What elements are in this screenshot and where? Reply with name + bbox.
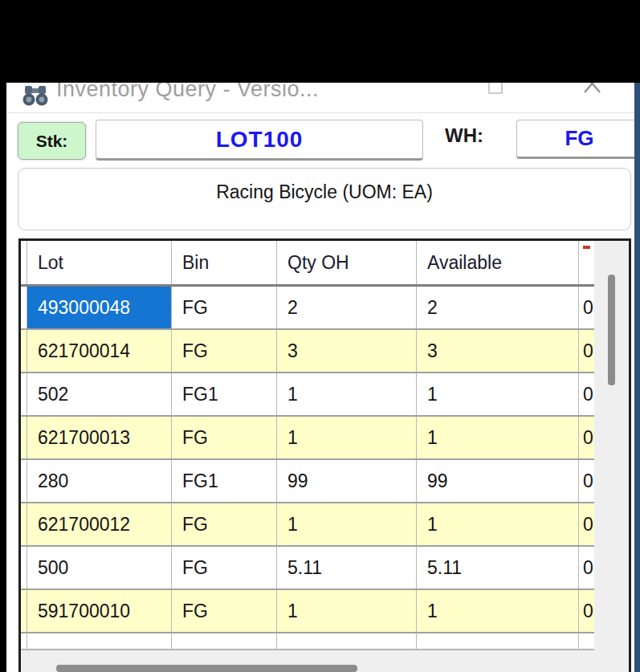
table-row[interactable]: 500 FG 5.11 5.11 0 xyxy=(21,547,594,590)
cell-bin[interactable]: FG1 xyxy=(172,373,277,415)
description-box: Racing Bicycle (UOM: EA) xyxy=(18,168,631,230)
cell-partial[interactable]: 0 xyxy=(579,547,594,589)
cell-bin[interactable]: FG xyxy=(172,503,277,545)
screen: Inventory Query - Versio... Stk: LOT100 … xyxy=(0,0,640,672)
cell-available[interactable]: 1 xyxy=(417,503,579,545)
app-window: Inventory Query - Versio... Stk: LOT100 … xyxy=(6,51,635,672)
stk-button[interactable]: Stk: xyxy=(18,122,86,160)
cell-bin[interactable]: FG xyxy=(172,330,277,372)
cell-partial[interactable]: 0 xyxy=(579,460,594,502)
top-black-bar xyxy=(0,0,640,83)
horizontal-scrollbar-thumb[interactable] xyxy=(56,665,357,672)
table-row[interactable]: 621700014 FG 3 3 0 xyxy=(21,330,594,373)
cell-lot[interactable]: 591700010 xyxy=(27,590,172,632)
col-header-lot[interactable]: Lot xyxy=(27,241,172,284)
cell-lot[interactable]: 621700013 xyxy=(27,417,172,458)
cell-partial[interactable]: 0 xyxy=(579,330,594,372)
cell-lot[interactable]: 621700012 xyxy=(27,503,172,545)
col-header-bin[interactable]: Bin xyxy=(172,241,277,284)
col-header-partial[interactable] xyxy=(579,241,594,284)
cell-available[interactable]: 5.11 xyxy=(417,547,579,589)
description-text: Racing Bicycle (UOM: EA) xyxy=(216,181,433,202)
cell-available[interactable]: 3 xyxy=(417,330,579,372)
partial-header-mark xyxy=(583,246,590,249)
cell-available[interactable]: 1 xyxy=(417,373,579,415)
cell-bin[interactable]: FG xyxy=(172,287,277,328)
binoculars-icon xyxy=(22,84,48,107)
cell-bin[interactable]: FG xyxy=(172,590,277,632)
horizontal-scrollbar[interactable] xyxy=(21,650,594,672)
table-row[interactable]: 621700012 FG 1 1 0 xyxy=(21,503,594,547)
table-row[interactable]: 493000048 FG 2 2 0 xyxy=(21,287,594,330)
cell-bin[interactable]: FG1 xyxy=(172,460,277,502)
row-stub-header xyxy=(21,241,27,284)
stock-code-field[interactable]: LOT100 xyxy=(96,120,423,161)
table-header-row: Lot Bin Qty OH Available xyxy=(21,241,594,287)
inventory-table: Lot Bin Qty OH Available 493000048 FG 2 … xyxy=(18,238,631,672)
cell-qty-oh[interactable]: 99 xyxy=(277,460,417,502)
cell-qty-oh[interactable]: 1 xyxy=(277,590,417,632)
cell-available[interactable]: 1 xyxy=(417,590,579,632)
cell-qty-oh[interactable]: 5.11 xyxy=(277,547,417,589)
table-row[interactable]: 280 FG1 99 99 0 xyxy=(21,460,594,503)
right-navy-strip xyxy=(634,83,640,672)
vertical-scrollbar-thumb[interactable] xyxy=(608,275,615,385)
table-row[interactable]: 621700013 FG 1 1 0 xyxy=(21,417,594,460)
cell-bin[interactable]: FG xyxy=(172,547,277,589)
table-row[interactable]: 502 FG1 1 1 0 xyxy=(21,373,594,417)
left-black-strip xyxy=(0,0,6,672)
cell-partial[interactable]: 0 xyxy=(579,590,594,632)
table-row[interactable]: 591700010 FG 1 1 0 xyxy=(21,590,594,633)
vertical-scrollbar[interactable] xyxy=(594,241,629,672)
cell-qty-oh[interactable]: 3 xyxy=(277,330,417,372)
col-header-available[interactable]: Available xyxy=(417,241,579,284)
cell-qty-oh[interactable]: 2 xyxy=(277,287,417,328)
wh-label: WH: xyxy=(445,124,483,147)
cell-lot[interactable]: 621700014 xyxy=(27,330,172,372)
cell-available[interactable]: 1 xyxy=(417,417,579,458)
cell-lot[interactable]: 280 xyxy=(27,460,172,502)
cell-qty-oh[interactable]: 1 xyxy=(277,503,417,545)
cell-partial[interactable]: 0 xyxy=(579,503,594,545)
cell-lot[interactable]: 502 xyxy=(27,373,172,415)
table-row-partial xyxy=(21,633,594,650)
col-header-qty-oh[interactable]: Qty OH xyxy=(277,241,417,284)
cell-bin[interactable]: FG xyxy=(172,417,277,458)
table-grid: Lot Bin Qty OH Available 493000048 FG 2 … xyxy=(21,241,594,650)
cell-qty-oh[interactable]: 1 xyxy=(277,373,417,415)
cell-available[interactable]: 99 xyxy=(417,460,579,502)
cell-partial[interactable]: 0 xyxy=(579,373,594,415)
cell-qty-oh[interactable]: 1 xyxy=(277,417,417,458)
cell-partial[interactable]: 0 xyxy=(579,417,594,458)
warehouse-field[interactable]: FG xyxy=(516,120,640,159)
cell-available[interactable]: 2 xyxy=(417,287,579,328)
cell-partial[interactable]: 0 xyxy=(579,287,594,328)
cell-lot[interactable]: 500 xyxy=(27,547,172,589)
cell-lot-selected[interactable]: 493000048 xyxy=(27,287,172,328)
